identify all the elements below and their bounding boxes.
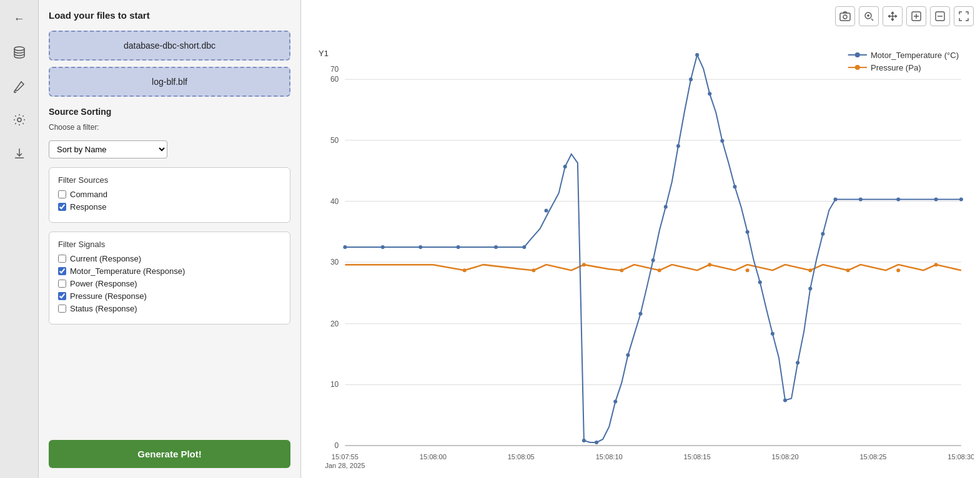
svg-point-1 bbox=[17, 118, 21, 122]
filter-choose-label: Choose a filter: bbox=[49, 123, 290, 132]
svg-point-78 bbox=[934, 263, 938, 266]
chart-toolbar bbox=[307, 6, 974, 26]
svg-point-64 bbox=[859, 197, 863, 201]
download-icon[interactable] bbox=[8, 142, 31, 165]
svg-point-59 bbox=[783, 399, 787, 402]
signal-motor-checkbox[interactable] bbox=[58, 267, 66, 275]
svg-point-70 bbox=[582, 263, 586, 266]
svg-point-76 bbox=[846, 268, 850, 272]
svg-text:15:08:10: 15:08:10 bbox=[596, 453, 623, 461]
source-command-checkbox[interactable] bbox=[58, 190, 66, 198]
svg-point-62 bbox=[821, 232, 824, 236]
zoom-button[interactable] bbox=[859, 6, 879, 26]
svg-text:15:08:05: 15:08:05 bbox=[508, 453, 535, 461]
brush-icon[interactable] bbox=[8, 75, 31, 97]
svg-point-73 bbox=[708, 263, 711, 266]
svg-point-52 bbox=[695, 53, 699, 57]
legend-pressure: Pressure (Pa) bbox=[871, 63, 921, 72]
filter-sources-title: Filter Sources bbox=[58, 175, 281, 185]
sidebar-title: Load your files to start bbox=[49, 10, 290, 21]
back-icon[interactable]: ← bbox=[8, 7, 31, 30]
signal-motor-row[interactable]: Motor_Temperature (Response) bbox=[58, 266, 281, 276]
svg-text:50: 50 bbox=[330, 136, 339, 145]
svg-point-74 bbox=[746, 268, 750, 272]
file1-button[interactable]: database-dbc-short.dbc bbox=[49, 31, 290, 61]
filter-sources-box: Filter Sources Command Response bbox=[49, 167, 290, 223]
signal-pressure-row[interactable]: Pressure (Response) bbox=[58, 291, 281, 301]
svg-point-10 bbox=[855, 65, 860, 70]
svg-point-58 bbox=[771, 332, 775, 336]
svg-point-49 bbox=[664, 205, 668, 209]
svg-point-65 bbox=[896, 197, 900, 201]
chart-container: Y1 Motor_Temperature (°C) Pressure (Pa) … bbox=[307, 30, 974, 472]
svg-point-69 bbox=[532, 268, 535, 272]
svg-point-66 bbox=[934, 197, 938, 201]
chart-svg: Y1 Motor_Temperature (°C) Pressure (Pa) … bbox=[307, 30, 974, 472]
svg-point-71 bbox=[620, 268, 623, 272]
database-icon[interactable] bbox=[8, 41, 31, 64]
svg-text:70: 70 bbox=[330, 65, 339, 74]
sort-select[interactable]: Sort by Name Sort by Type Sort by Date bbox=[49, 140, 167, 159]
svg-point-54 bbox=[720, 139, 724, 143]
source-command-row[interactable]: Command bbox=[58, 190, 281, 199]
svg-point-72 bbox=[658, 268, 661, 272]
svg-text:30: 30 bbox=[330, 258, 339, 266]
svg-point-47 bbox=[638, 312, 642, 316]
svg-text:10: 10 bbox=[330, 380, 339, 389]
zoom-in-button[interactable] bbox=[906, 6, 926, 26]
signal-power-row[interactable]: Power (Response) bbox=[58, 279, 281, 288]
svg-point-0 bbox=[14, 47, 24, 51]
svg-point-77 bbox=[896, 268, 900, 272]
signal-current-row[interactable]: Current (Response) bbox=[58, 254, 281, 263]
svg-point-40 bbox=[522, 245, 526, 249]
svg-point-43 bbox=[582, 439, 586, 442]
svg-point-42 bbox=[563, 165, 567, 168]
svg-point-46 bbox=[626, 353, 630, 357]
signal-status-checkbox[interactable] bbox=[58, 305, 66, 313]
svg-point-35 bbox=[343, 245, 347, 249]
signal-status-row[interactable]: Status (Response) bbox=[58, 304, 281, 313]
source-sorting-label: Source Sorting bbox=[49, 107, 290, 117]
svg-point-50 bbox=[676, 144, 680, 148]
svg-point-36 bbox=[381, 245, 385, 249]
svg-point-41 bbox=[544, 209, 548, 213]
pressure-line bbox=[345, 265, 961, 270]
signal-pressure-checkbox[interactable] bbox=[58, 292, 66, 300]
svg-point-68 bbox=[463, 268, 467, 272]
source-response-row[interactable]: Response bbox=[58, 202, 281, 212]
zoom-out-button[interactable] bbox=[930, 6, 950, 26]
svg-text:60: 60 bbox=[330, 75, 339, 84]
svg-point-63 bbox=[834, 197, 838, 201]
svg-text:0: 0 bbox=[335, 441, 339, 450]
settings-icon[interactable] bbox=[8, 109, 31, 131]
svg-point-44 bbox=[595, 441, 598, 444]
svg-text:15:08:30: 15:08:30 bbox=[948, 453, 974, 461]
svg-point-38 bbox=[457, 245, 460, 249]
signal-current-checkbox[interactable] bbox=[58, 255, 66, 263]
svg-point-37 bbox=[418, 245, 422, 249]
svg-point-56 bbox=[746, 230, 750, 234]
svg-text:15:08:25: 15:08:25 bbox=[859, 453, 886, 461]
legend-motor: Motor_Temperature (°C) bbox=[871, 51, 959, 60]
file2-button[interactable]: log-blf.blf bbox=[49, 67, 290, 97]
svg-point-55 bbox=[733, 185, 736, 188]
svg-rect-2 bbox=[840, 13, 850, 21]
svg-text:40: 40 bbox=[330, 197, 339, 206]
svg-text:15:08:20: 15:08:20 bbox=[771, 453, 798, 461]
svg-text:15:08:00: 15:08:00 bbox=[420, 453, 447, 461]
svg-point-39 bbox=[494, 245, 498, 249]
source-response-checkbox[interactable] bbox=[58, 203, 66, 211]
svg-point-45 bbox=[613, 400, 617, 404]
svg-point-61 bbox=[808, 286, 812, 290]
svg-point-60 bbox=[796, 361, 799, 364]
camera-button[interactable] bbox=[835, 6, 855, 26]
svg-text:20: 20 bbox=[330, 319, 339, 328]
signal-power-checkbox[interactable] bbox=[58, 280, 66, 288]
svg-point-75 bbox=[808, 268, 812, 272]
generate-plot-button[interactable]: Generate Plot! bbox=[49, 440, 290, 468]
fullscreen-button[interactable] bbox=[954, 6, 974, 26]
svg-point-48 bbox=[651, 258, 655, 262]
svg-point-57 bbox=[758, 280, 762, 284]
move-button[interactable] bbox=[883, 6, 903, 26]
y-axis-label: Y1 bbox=[319, 49, 329, 58]
